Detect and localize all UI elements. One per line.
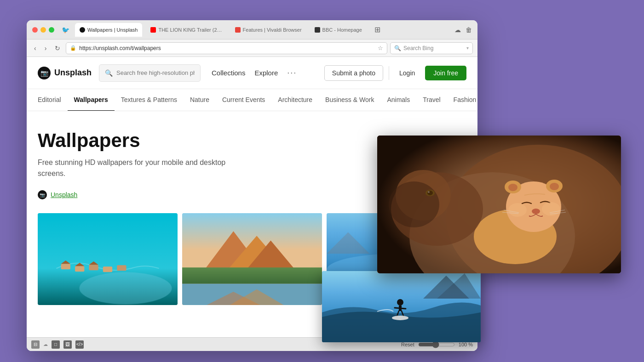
svg-point-29	[550, 183, 559, 190]
video-panel[interactable]	[377, 136, 621, 273]
reset-button[interactable]: Reset	[401, 342, 414, 347]
lock-icon: 🔒	[70, 45, 76, 51]
bookmark-icon[interactable]: ☆	[378, 45, 383, 51]
address-bar[interactable]: 🔒 https://unsplash.com/t/wallpapers ☆	[66, 42, 387, 54]
title-bar: 🐦 Wallpapers | Unsplash THE LION KING Tr…	[27, 20, 477, 40]
svg-rect-0	[38, 213, 178, 305]
tab-vivaldi-label: Features | Vivaldi Browser	[243, 27, 302, 33]
photo-item-2[interactable]	[182, 213, 322, 305]
tab-lion-king[interactable]: THE LION KING Trailer (2…	[146, 23, 226, 37]
minimize-button[interactable]	[40, 27, 46, 33]
bottom-icon-1[interactable]: ⊟	[31, 340, 40, 349]
twitter-icon: 🐦	[62, 26, 69, 34]
photo-item-1[interactable]	[38, 213, 178, 305]
header-nav: Collections Explore ···	[212, 68, 297, 78]
zoom-percentage: 100 %	[459, 342, 473, 347]
bing-search-text: Search Bing	[403, 45, 433, 51]
join-free-button[interactable]: Join free	[425, 66, 466, 80]
search-bing-bar[interactable]: 🔍 Search Bing ▾	[390, 42, 473, 54]
bbc-favicon	[315, 27, 320, 33]
svg-rect-5	[117, 265, 126, 271]
address-text: https://unsplash.com/t/wallpapers	[79, 45, 375, 51]
svg-point-46	[397, 299, 403, 305]
search-input[interactable]	[116, 69, 195, 76]
cat-tab-travel[interactable]: Travel	[416, 89, 447, 111]
login-button[interactable]: Login	[395, 66, 420, 80]
bottom-icon-3[interactable]: 🖼	[63, 340, 72, 349]
category-tabs: Editorial Wallpapers Textures & Patterns…	[27, 89, 477, 111]
svg-point-27	[508, 184, 518, 191]
svg-point-42	[389, 181, 439, 227]
surfer-panel[interactable]	[322, 271, 481, 342]
bing-search-icon: 🔍	[394, 45, 401, 51]
svg-point-48	[392, 316, 408, 320]
unsplash-favicon	[80, 27, 85, 33]
tab-lion-king-label: THE LION KING Trailer (2…	[158, 27, 222, 33]
author-link[interactable]: Unsplash	[51, 191, 77, 198]
svg-point-31	[508, 203, 527, 217]
tab-bbc[interactable]: BBC - Homepage	[310, 23, 367, 37]
trash-icon[interactable]: 🗑	[466, 26, 472, 34]
video-content	[377, 136, 621, 273]
cat-tab-business[interactable]: Business & Work	[319, 89, 380, 111]
author-icon: 📷	[38, 190, 47, 199]
traffic-lights	[32, 27, 54, 33]
cat-tab-textures[interactable]: Textures & Patterns	[115, 89, 184, 111]
cat-tab-fashion[interactable]: Fashion	[447, 89, 477, 111]
search-icon: 🔍	[105, 69, 113, 77]
bing-dropdown-icon: ▾	[466, 45, 469, 51]
refresh-button[interactable]: ↻	[52, 43, 63, 54]
cloud-sync-icon: ☁	[43, 342, 48, 347]
svg-rect-1	[61, 264, 70, 269]
title-bar-icons: ☁ 🗑	[454, 26, 472, 34]
forward-button[interactable]: ›	[42, 43, 50, 54]
nav-collections[interactable]: Collections	[212, 69, 245, 77]
svg-point-30	[532, 209, 540, 214]
header-divider	[389, 66, 389, 80]
fullscreen-button[interactable]	[49, 27, 54, 33]
close-button[interactable]	[32, 27, 38, 33]
svg-rect-3	[89, 265, 98, 270]
tab-vivaldi[interactable]: Features | Vivaldi Browser	[230, 23, 306, 37]
cat-tab-wallpapers[interactable]: Wallpapers	[68, 89, 115, 111]
nav-explore[interactable]: Explore	[254, 69, 278, 77]
header-actions: Submit a photo Login Join free	[324, 65, 466, 81]
youtube-favicon	[150, 27, 156, 33]
bottom-icon-2[interactable]: □	[52, 340, 60, 349]
cloud-icon[interactable]: ☁	[454, 26, 461, 34]
cat-tab-animals[interactable]: Animals	[380, 89, 416, 111]
bottom-icon-4[interactable]: </>	[75, 340, 84, 349]
svg-rect-4	[103, 266, 112, 272]
logo-area: 📷 Unsplash	[38, 67, 92, 79]
nav-more[interactable]: ···	[287, 68, 297, 78]
new-tab-button[interactable]: ⊞	[372, 24, 383, 35]
vivaldi-favicon	[235, 27, 241, 33]
unsplash-logo-icon: 📷	[38, 67, 51, 79]
svg-rect-10	[182, 267, 322, 283]
svg-rect-2	[75, 266, 84, 272]
tab-bbc-label: BBC - Homepage	[322, 27, 362, 33]
unsplash-header: 📷 Unsplash 🔍 Collections Explore ··· Sub…	[27, 57, 477, 89]
cat-tab-nature[interactable]: Nature	[184, 89, 216, 111]
back-button[interactable]: ‹	[31, 43, 39, 54]
unsplash-logo-text: Unsplash	[54, 68, 92, 78]
cat-tab-events[interactable]: Current Events	[216, 89, 271, 111]
cat-tab-architecture[interactable]: Architecture	[271, 89, 319, 111]
submit-photo-button[interactable]: Submit a photo	[324, 65, 383, 81]
tab-unsplash-label: Wallpapers | Unsplash	[87, 27, 138, 33]
unsplash-search-bar[interactable]: 🔍	[99, 64, 201, 82]
cat-tab-editorial[interactable]: Editorial	[38, 89, 68, 111]
tab-unsplash[interactable]: Wallpapers | Unsplash	[75, 23, 142, 37]
nav-bar: ‹ › ↻ 🔒 https://unsplash.com/t/wallpaper…	[27, 40, 477, 57]
